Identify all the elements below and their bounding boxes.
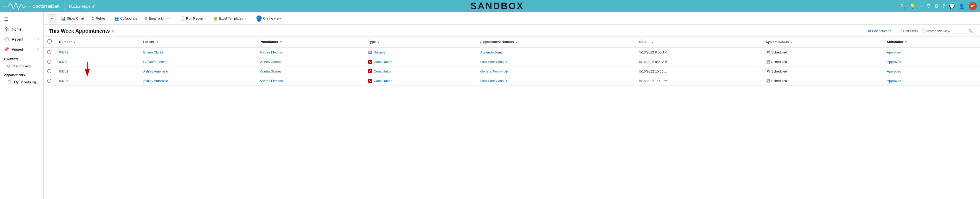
select-all-checkbox[interactable] [47, 39, 52, 44]
row-select-cell [44, 57, 56, 67]
top-nav: DoctorHelper® DoctorHelper® SANDBOX 🔍 💡 … [0, 0, 980, 12]
filter-icon[interactable]: ⊽ [927, 3, 930, 9]
reason-link[interactable]: General Follow Up [480, 69, 508, 73]
main-layout: ☰ 🏠 Home 🕐 Recent ∨ 📌 Pinned ∨ Overview … [0, 12, 980, 199]
email-dropdown-chevron-icon: ▾ [169, 17, 170, 20]
gear-icon[interactable]: ⚙ [934, 3, 939, 9]
search-box[interactable]: 🔍 [924, 28, 975, 34]
number-link[interactable]: 00751 [59, 69, 68, 73]
user-avatar[interactable]: PT [969, 2, 977, 10]
number-link[interactable]: 00735 [59, 79, 68, 83]
recent-icon: 🕐 [4, 37, 9, 42]
reason-link[interactable]: First Time Consult [480, 79, 508, 83]
status-icon: 📅 [765, 50, 770, 54]
page-header: This Week Appointments ∨ ⊞ Edit columns … [44, 25, 980, 37]
practitioner-sort-icon: ∨ [280, 40, 282, 43]
edit-columns-button[interactable]: ⊞ Edit columns [865, 28, 894, 34]
table-row: 00735Ashley AmbrosioAndres FlechasCConsu… [44, 76, 980, 86]
appointments-section-title: Appointments [0, 70, 43, 78]
page-header-right: ⊞ Edit columns ▽ Edit filters 🔍 [865, 28, 975, 34]
reason-cell: First Time Consult [477, 76, 636, 86]
type-cell: CConsultation [364, 67, 477, 76]
select-all-header[interactable] [44, 37, 56, 47]
plus-icon[interactable]: + [920, 3, 923, 10]
page-title-chevron-icon[interactable]: ∨ [111, 29, 114, 33]
table-header-row: Number ∨ Patient ∨ Practitioner ∨ Type [44, 37, 980, 47]
number-cell: 00751 [56, 67, 140, 76]
number-link[interactable]: 00750 [59, 60, 68, 64]
status-text: Scheduled [771, 60, 787, 64]
row-select-cell [44, 76, 56, 86]
practitioner-link[interactable]: Andres Flechas [259, 50, 283, 54]
substatus-link[interactable]: Approved [887, 69, 901, 73]
question-icon[interactable]: ? [942, 3, 945, 9]
table-row: 00732Emma ClarkeAndres Flechas🏥SurgeryAp… [44, 47, 980, 57]
row-checkbox[interactable] [47, 59, 51, 64]
patient-link[interactable]: Ashley Ambrosio [143, 79, 168, 83]
system-status-cell: 📅Scheduled [762, 76, 883, 86]
sidebar-item-scheduling[interactable]: 📋 My Scheduling... [0, 78, 43, 86]
number-link[interactable]: 00732 [59, 50, 68, 54]
type-link[interactable]: Surgery [374, 50, 386, 54]
row-checkbox[interactable] [47, 50, 51, 54]
practitioner-cell: Andres Flechas [256, 76, 364, 86]
sidebar-item-home[interactable]: 🏠 Home [0, 24, 43, 34]
page-title-area: This Week Appointments ∨ [49, 28, 114, 34]
email-link-button[interactable]: ✉ Email a Link ▾ [142, 15, 173, 22]
patient-link[interactable]: Gustavo Fletcher [143, 60, 169, 64]
show-chart-button[interactable]: 📊 Show Chart [58, 15, 87, 22]
reason-cell: First Time Consult [477, 57, 636, 67]
edit-filters-button[interactable]: ▽ Edit filters [897, 28, 920, 34]
number-cell: 00735 [56, 76, 140, 86]
substatus-cell: Approved [883, 76, 980, 86]
substatus-column-header[interactable]: Substatus ∨ [883, 37, 980, 47]
excel-templates-button[interactable]: 📗 Excel Templates ▾ [210, 15, 249, 22]
status-sort-icon: ∨ [790, 40, 792, 43]
sidebar-item-recent[interactable]: 🕐 Recent ∨ [0, 34, 43, 44]
practitioner-link[interactable]: Valeria Gomez [259, 60, 282, 64]
reason-link[interactable]: First Time Consult [480, 60, 508, 64]
chat-icon[interactable]: 💬 [949, 3, 955, 9]
hamburger-button[interactable]: ☰ [0, 14, 43, 24]
consult-type-icon: C [368, 59, 372, 64]
status-icon: 📅 [765, 79, 770, 83]
consult-type-icon: C [368, 69, 372, 73]
type-link[interactable]: Consultation [374, 60, 392, 64]
refresh-button[interactable]: ↻ Refresh [88, 15, 111, 22]
system-status-column-header[interactable]: System Status ∨ [762, 37, 883, 47]
search-icon[interactable]: 🔍 [900, 3, 905, 9]
row-checkbox[interactable] [47, 79, 51, 83]
sidebar-item-pinned[interactable]: 📌 Pinned ∨ [0, 44, 43, 54]
type-link[interactable]: Consultation [374, 79, 392, 83]
practitioner-link[interactable]: Valeria Gomez [259, 69, 282, 73]
person-icon[interactable]: 👤 [959, 3, 965, 9]
home-icon: 🏠 [4, 27, 9, 32]
substatus-link[interactable]: Approved [887, 50, 901, 54]
row-select-cell [44, 47, 56, 57]
collaborate-button[interactable]: 👥 Collaborate [111, 15, 140, 22]
date-cell: 5/16/2022 8:00 AM [636, 57, 762, 67]
practitioner-column-header[interactable]: Practitioner ∨ [256, 37, 364, 47]
practitioner-link[interactable]: Andres Flechas [259, 79, 283, 83]
number-column-header[interactable]: Number ∨ [56, 37, 140, 47]
date-column-header[interactable]: Date ↑ ∨ [636, 37, 762, 47]
lightbulb-icon[interactable]: 💡 [910, 3, 915, 9]
type-column-header[interactable]: Type ∨ [364, 37, 477, 47]
patient-link[interactable]: Ashley Ambrosio [143, 69, 168, 73]
run-report-button[interactable]: 📄 Run Report ▾ [177, 15, 209, 22]
create-view-button[interactable]: Create view [253, 14, 284, 23]
search-input[interactable] [926, 29, 967, 33]
row-checkbox[interactable] [47, 69, 51, 73]
run-report-icon: 📄 [180, 16, 185, 21]
reason-link[interactable]: Appendectomy [480, 50, 503, 54]
sidebar-item-dashboards[interactable]: ⊞ Dashboards [0, 62, 43, 70]
substatus-link[interactable]: Approved [887, 79, 901, 83]
substatus-link[interactable]: Approved [887, 60, 901, 64]
nav-center: SANDBOX [97, 1, 897, 11]
patient-link[interactable]: Emma Clarke [143, 50, 164, 54]
back-button[interactable]: ← [48, 14, 57, 23]
patient-cell: Emma Clarke [140, 47, 256, 57]
type-link[interactable]: Consultation [374, 69, 392, 73]
patient-column-header[interactable]: Patient ∨ [140, 37, 256, 47]
appointment-reason-column-header[interactable]: Appointment Reason ∨ [477, 37, 636, 47]
